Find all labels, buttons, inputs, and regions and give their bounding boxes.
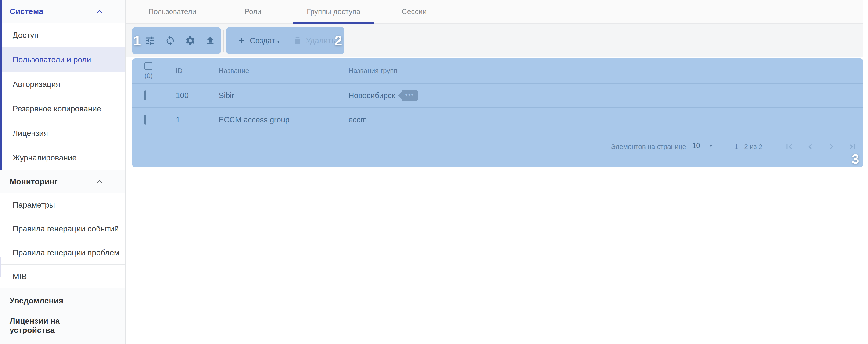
sidebar-item-backup[interactable]: Резервное копирование bbox=[0, 97, 125, 121]
cell-groups: Новосибирск bbox=[348, 91, 395, 100]
sidebar-item-label: Авторизация bbox=[12, 80, 60, 89]
tab-roles[interactable]: Роли bbox=[213, 0, 293, 23]
chevron-up-icon bbox=[95, 6, 104, 16]
items-per-page-label: Элементов на странице bbox=[611, 143, 686, 151]
app-root: Система Доступ Пользователи и роли Автор… bbox=[0, 0, 868, 344]
more-groups-badge[interactable]: ••• bbox=[402, 90, 417, 101]
paginator-nav bbox=[784, 141, 858, 152]
toolbar-divider bbox=[223, 30, 224, 52]
sidebar-item-label: Правила генерации проблем bbox=[12, 248, 119, 257]
toolbar: Создать Удалить bbox=[125, 24, 863, 58]
tab-bar: Пользователи Роли Группы доступа Сессии bbox=[125, 0, 863, 24]
delete-button[interactable]: Удалить bbox=[293, 27, 335, 54]
row-checkbox[interactable] bbox=[145, 115, 146, 125]
main-content: Пользователи Роли Группы доступа Сессии bbox=[125, 0, 868, 344]
sidebar-item-zhurnalirovanie[interactable]: Журналирование bbox=[0, 145, 125, 170]
sidebar-section-device-licenses[interactable]: Лицензии на устройства bbox=[0, 313, 125, 338]
active-section-indicator bbox=[0, 0, 2, 170]
sync-icon[interactable] bbox=[165, 35, 176, 46]
sidebar-item-label: MIB bbox=[12, 272, 27, 281]
sidebar-item-avtorizaciya[interactable]: Авторизация bbox=[0, 72, 125, 97]
cell-id: 100 bbox=[176, 91, 219, 100]
dropdown-caret-icon bbox=[707, 142, 714, 149]
sidebar-item-mib[interactable]: MIB bbox=[0, 265, 125, 288]
table-row[interactable]: 100 Sibir Новосибирск ••• bbox=[132, 83, 863, 108]
chevron-up-icon bbox=[95, 177, 104, 186]
sidebar-section-monitoring[interactable]: Мониторинг bbox=[0, 170, 125, 193]
cell-groups: eccm bbox=[348, 115, 367, 124]
sidebar-scrollbar-thumb[interactable] bbox=[0, 257, 1, 277]
items-per-page-select[interactable]: 10 bbox=[691, 141, 716, 152]
last-page-icon[interactable] bbox=[847, 141, 858, 152]
sidebar-item-licenziya[interactable]: Лицензия bbox=[0, 121, 125, 145]
sidebar-item-dostup[interactable]: Доступ bbox=[0, 23, 125, 47]
items-per-page-value: 10 bbox=[692, 141, 700, 150]
sidebar-item-label: Правила генерации событий bbox=[12, 224, 119, 233]
sidebar-section-label: Уведомления bbox=[9, 296, 63, 305]
access-groups-table: (0) ID Название Названия групп 100 Sibir… bbox=[132, 58, 863, 167]
table-header-row: (0) ID Название Названия групп bbox=[132, 58, 863, 83]
first-page-icon[interactable] bbox=[784, 141, 795, 152]
sidebar-section-label: Мониторинг bbox=[9, 177, 58, 186]
tune-icon[interactable] bbox=[145, 35, 155, 46]
sidebar-item-label: Лицензия bbox=[12, 129, 48, 138]
column-header-name[interactable]: Название bbox=[219, 67, 348, 75]
tab-access-groups[interactable]: Группы доступа bbox=[293, 0, 374, 23]
settings-gear-icon[interactable] bbox=[185, 35, 196, 46]
sidebar-item-label: Резервное копирование bbox=[12, 104, 101, 113]
column-header-id[interactable]: ID bbox=[176, 67, 219, 75]
sidebar-item-problem-rules[interactable]: Правила генерации проблем bbox=[0, 241, 125, 265]
upload-icon[interactable] bbox=[205, 35, 216, 46]
sidebar-section-uvedomleniya[interactable]: Уведомления bbox=[0, 288, 125, 313]
table-paginator: Элементов на странице 10 1 - 2 из 2 bbox=[132, 132, 863, 167]
sidebar-item-label: Журналирование bbox=[12, 153, 76, 162]
chevron-right-icon[interactable] bbox=[826, 141, 837, 152]
plus-icon bbox=[237, 36, 246, 45]
page-range-label: 1 - 2 из 2 bbox=[734, 143, 762, 151]
sidebar-item-parametry[interactable]: Параметры bbox=[0, 193, 125, 217]
selected-count: (0) bbox=[145, 72, 153, 80]
sidebar-section-label: Система bbox=[9, 7, 43, 16]
select-all-cell: (0) bbox=[132, 62, 176, 80]
cell-id: 1 bbox=[176, 115, 219, 124]
sidebar-item-event-rules[interactable]: Правила генерации событий bbox=[0, 217, 125, 241]
sidebar-filler bbox=[0, 338, 125, 344]
sidebar-item-label: Доступ bbox=[12, 31, 38, 40]
select-all-checkbox[interactable] bbox=[145, 62, 152, 70]
column-header-groups[interactable]: Названия групп bbox=[348, 67, 863, 75]
sidebar-section-sistema[interactable]: Система bbox=[0, 0, 125, 23]
tab-users[interactable]: Пользователи bbox=[132, 0, 213, 23]
table-row[interactable]: 1 ECCM access group eccm bbox=[132, 108, 863, 132]
cell-name: Sibir bbox=[219, 91, 348, 100]
sidebar-item-label: Параметры bbox=[12, 200, 55, 209]
sidebar-section-label: Лицензии на устройства bbox=[9, 316, 104, 335]
create-button[interactable]: Создать bbox=[237, 27, 279, 54]
sidebar-item-users-roles[interactable]: Пользователи и роли bbox=[0, 47, 125, 72]
chevron-left-icon[interactable] bbox=[805, 141, 816, 152]
row-checkbox[interactable] bbox=[145, 91, 146, 100]
tab-sessions[interactable]: Сессии bbox=[374, 0, 455, 23]
sidebar: Система Доступ Пользователи и роли Автор… bbox=[0, 0, 125, 344]
toolbar-icon-group bbox=[132, 27, 221, 54]
trash-icon bbox=[293, 36, 302, 45]
sidebar-item-label: Пользователи и роли bbox=[12, 55, 91, 64]
more-dots-icon: ••• bbox=[405, 92, 414, 98]
cell-name: ECCM access group bbox=[219, 115, 348, 124]
